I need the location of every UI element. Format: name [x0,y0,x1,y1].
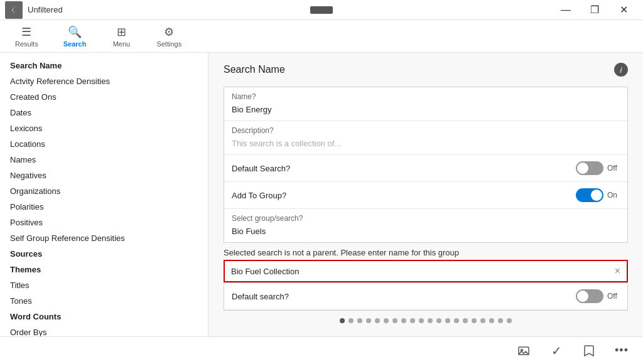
pagination-dot-4[interactable] [375,318,380,323]
sidebar-item-search-name[interactable]: Search Name [0,58,208,73]
sidebar-item-dates[interactable]: Dates [0,105,208,120]
sidebar-item-lexicons[interactable]: Lexicons [0,120,208,136]
pagination-dot-0[interactable] [340,318,345,323]
check-button[interactable]: ✓ [545,340,568,362]
add-to-group-toggle-text: On [607,191,620,200]
panel-title: Search Name [224,64,285,75]
add-to-group-label: Add To Group? [232,191,286,200]
default-search-2-label: Default search? [232,292,289,301]
toolbar-label-menu: Menu [113,40,131,48]
svg-marker-0 [12,6,15,14]
sidebar-item-tones[interactable]: Tones [0,293,208,309]
select-group-label: Select group/search? [232,214,620,223]
info-icon[interactable]: i [614,63,628,77]
sidebar-item-created-ons[interactable]: Created Ons [0,89,208,105]
image-button[interactable] [512,340,535,362]
default-search-thumb [577,163,588,174]
sidebar-item-locations[interactable]: Locations [0,136,208,152]
sidebar-item-names[interactable]: Names [0,152,208,168]
name-input[interactable] [232,104,620,115]
name-label: Name? [232,92,620,101]
select-group-input[interactable] [232,225,620,237]
group-name-clear-button[interactable]: × [615,266,620,276]
default-search-toggle-text: Off [607,164,620,173]
sidebar-item-word-counts[interactable]: Word Counts [0,309,208,324]
toolbar-item-results[interactable]: ☰Results [10,23,43,50]
default-search-2-section: Default search? Off [224,282,628,311]
pagination-dot-14[interactable] [463,318,468,323]
add-to-group-thumb [591,190,602,201]
pagination-dot-2[interactable] [357,318,362,323]
toolbar-label-search: Search [63,40,87,48]
toolbar-item-settings[interactable]: ⚙Settings [151,23,186,50]
sidebar-item-themes[interactable]: Themes [0,262,208,277]
toolbar-label-results: Results [15,40,38,48]
select-group-row: Select group/search? [224,209,627,242]
pagination-dot-7[interactable] [401,318,406,323]
toolbar-label-settings: Settings [156,40,181,48]
default-search-toggle-container: Off [576,161,620,175]
description-input[interactable] [232,137,620,149]
bookmark-button[interactable] [578,340,600,362]
sidebar-item-order-bys[interactable]: Order Bys [0,324,208,336]
sidebar-item-organizations[interactable]: Organizations [0,183,208,199]
group-name-input[interactable] [231,267,615,276]
add-to-group-row: Add To Group? On [224,182,627,209]
pagination-dot-13[interactable] [454,318,459,323]
pagination-dot-8[interactable] [410,318,415,323]
pagination-dot-17[interactable] [489,318,494,323]
toolbar: ☰Results🔍Search⊞Menu⚙Settings [0,20,643,53]
pagination-dot-16[interactable] [480,318,485,323]
app-title: Unfiltered [28,5,63,14]
main-content: Search NameActvity Reference DensitiesCr… [0,53,643,336]
title-bar: Unfiltered — ❐ ✕ [0,0,643,20]
default-search-2-toggle[interactable] [576,289,603,303]
toolbar-icon-settings: ⚙ [164,25,174,39]
pagination-dot-19[interactable] [507,318,512,323]
default-search-row: Default Search? Off [224,155,627,182]
default-search-2-toggle-container: Off [576,289,620,303]
close-button[interactable]: ✕ [609,0,638,20]
pagination [224,311,628,331]
sidebar-item-sources[interactable]: Sources [0,246,208,262]
pagination-dot-15[interactable] [472,318,477,323]
sidebar-item-activity-reference-densities[interactable]: Actvity Reference Densities [0,73,208,89]
pagination-dot-3[interactable] [366,318,371,323]
pagination-dot-10[interactable] [428,318,433,323]
pagination-dot-6[interactable] [392,318,397,323]
title-bar-center [310,6,333,14]
name-field-row: Name? [224,87,627,121]
default-search-label: Default Search? [232,164,290,173]
default-search-2-thumb [577,291,588,302]
sidebar-item-titles[interactable]: Titles [0,277,208,293]
maximize-button[interactable]: ❐ [580,0,609,20]
pagination-dot-11[interactable] [436,318,441,323]
add-to-group-toggle[interactable] [576,188,603,202]
pagination-dot-12[interactable] [445,318,450,323]
sidebar-item-negatives[interactable]: Negatives [0,168,208,183]
toolbar-icon-results: ☰ [21,25,31,39]
pagination-dot-18[interactable] [498,318,503,323]
pagination-dot-9[interactable] [419,318,424,323]
more-button[interactable]: ••• [610,340,633,362]
default-search-2-toggle-text: Off [607,292,620,301]
sidebar-item-self-group-reference-densities[interactable]: Self Group Reference Densities [0,230,208,246]
group-name-input-wrapper: × [224,260,628,282]
bottom-toolbar: ✓ ••• [0,336,643,364]
sidebar-item-positives[interactable]: Positives [0,215,208,230]
title-bar-left: Unfiltered [5,1,63,19]
minimize-rect [310,6,333,14]
pagination-dot-1[interactable] [349,318,354,323]
minimize-button[interactable]: — [551,0,580,20]
toolbar-item-search[interactable]: 🔍Search [58,23,92,50]
back-button[interactable] [5,1,23,19]
sidebar-item-polarities[interactable]: Polarities [0,199,208,215]
group-name-message: Selected search is not a parent. Please … [224,243,628,260]
toolbar-item-menu[interactable]: ⊞Menu [106,23,136,50]
default-search-2-row: Default search? Off [224,283,627,310]
default-search-toggle[interactable] [576,161,603,175]
pagination-dot-5[interactable] [384,318,389,323]
sidebar: Search NameActvity Reference DensitiesCr… [0,53,208,336]
group-name-message-text: Selected search is not a parent. Please … [224,248,459,257]
toolbar-icon-menu: ⊞ [117,25,126,39]
